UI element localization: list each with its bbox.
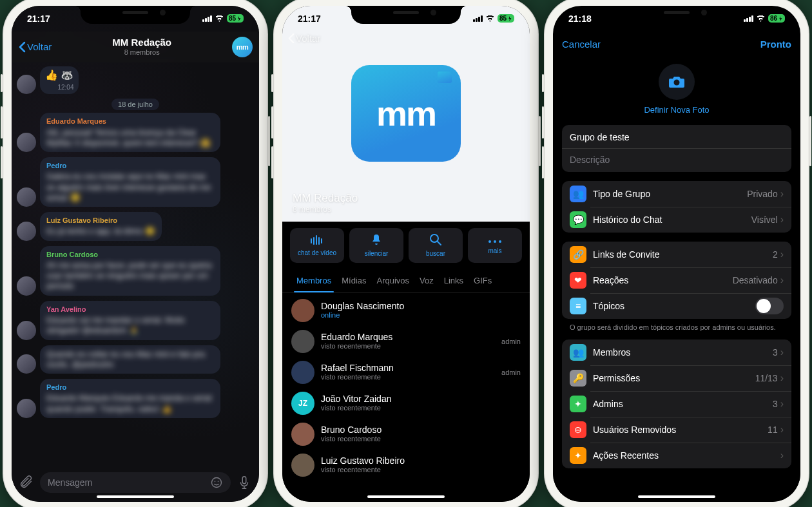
message-text: Quando eu voltar eu vou Mac mini e falo … (46, 349, 214, 370)
mic-button[interactable] (236, 474, 253, 491)
sticker-icon[interactable] (210, 476, 223, 489)
avatar[interactable] (17, 276, 36, 296)
member-row[interactable]: Bruno Cardosovisto recentemente (282, 419, 530, 450)
chevron-right-icon: › (780, 214, 784, 225)
group-desc-input[interactable]: Descrição (562, 148, 791, 171)
tab-mídias[interactable]: Mídias (336, 269, 371, 292)
tab-arquivos[interactable]: Arquivos (371, 269, 414, 292)
toggle[interactable] (755, 298, 784, 314)
svg-point-6 (494, 240, 496, 243)
avatar[interactable] (17, 399, 36, 418)
group-cover[interactable]: Voltar mm MM Redação 8 membros (282, 6, 530, 222)
setting-permissões[interactable]: 🔑Permissões11/13› (562, 365, 791, 391)
attach-button[interactable] (18, 474, 35, 491)
tab-voz[interactable]: Voz (414, 269, 439, 292)
group-logo: mm (351, 65, 461, 162)
settings-group-invite: 🔗Links de Convite2›❤︎ReaçõesDesativado›≡… (562, 242, 791, 319)
home-indicator[interactable] (367, 495, 445, 498)
member-list[interactable]: Douglas NascimentoonlineEduardo Marquesv… (282, 292, 530, 483)
message-text: Alô, pessoal! Temos uma licença da Clear… (46, 128, 214, 149)
back-button[interactable]: Voltar (18, 41, 52, 53)
set-photo-button[interactable] (659, 64, 695, 100)
setting-reações[interactable]: ❤︎ReaçõesDesativado› (562, 267, 791, 293)
setting-histórico-do-chat[interactable]: 💬Histórico do ChatVisível› (562, 207, 791, 233)
setting-usuários-removidos[interactable]: ⊖Usuários Removidos11› (562, 417, 791, 443)
message-row[interactable]: PedroGalera eu vou instalar aqui no Mac … (17, 157, 254, 207)
member-name: Douglas Nascimento (321, 301, 521, 312)
chat-navbar: Voltar MM Redação 8 membros mm (12, 32, 259, 62)
setting-icon: 💬 (570, 211, 586, 228)
message-row[interactable]: 👍 🦝12:04 (17, 66, 254, 95)
member-status: visto recentemente (321, 342, 495, 350)
setting-admins[interactable]: ✦Admins3› (562, 391, 791, 417)
chevron-right-icon: › (780, 249, 784, 260)
message-row[interactable]: Quando eu voltar eu vou Mac mini e falo … (17, 345, 254, 374)
message-text: Galera eu vou instalar aqui no Mac mini … (46, 171, 214, 203)
name-desc-group: Grupo de teste Descrição (562, 125, 791, 172)
group-subtitle: 8 membros (293, 205, 358, 214)
avatar[interactable] (17, 354, 36, 374)
message-input[interactable]: Mensagem (40, 472, 231, 493)
wifi-icon (215, 15, 224, 22)
avatar[interactable] (17, 222, 36, 241)
set-photo-label[interactable]: Definir Nova Foto (644, 105, 709, 115)
message-row[interactable]: Eduardo MarquesAlô, pessoal! Temos uma l… (17, 113, 254, 152)
member-row[interactable]: JZJoão Vitor Zaidanvisto recentemente (282, 388, 530, 419)
setting-ações-recentes[interactable]: ✦Ações Recentes› (562, 443, 791, 468)
member-row[interactable]: Luiz Gustavo Ribeirovisto recentemente (282, 450, 530, 481)
battery-badge: 86 (768, 14, 785, 23)
avatar: JZ (291, 392, 314, 415)
avatar[interactable] (17, 321, 36, 340)
home-indicator[interactable] (97, 495, 174, 498)
avatar[interactable] (17, 187, 36, 207)
settings-group-type: 👥Tipo de GrupoPrivado›💬Histórico do Chat… (562, 181, 791, 233)
status-time: 21:18 (568, 14, 592, 24)
wifi-icon (485, 15, 495, 22)
tab-membros[interactable]: Membros (291, 269, 336, 292)
back-label: Voltar (296, 33, 320, 44)
cellular-icon (744, 15, 753, 22)
back-label: Voltar (27, 41, 52, 52)
member-name: Eduardo Marques (321, 332, 495, 343)
chat-title-block[interactable]: MM Redação 8 membros (112, 37, 171, 56)
message-row[interactable]: PedroEduardo Marques Eduardo me manda o … (17, 379, 254, 418)
member-row[interactable]: Eduardo Marquesvisto recentementeadmin (282, 326, 530, 357)
status-time: 21:17 (27, 14, 50, 24)
action-video-button[interactable]: chat de vídeo (290, 228, 344, 263)
message-list[interactable]: 👍 🦝12:0418 de julhoEduardo MarquesAlô, p… (12, 62, 259, 470)
tab-gifs[interactable]: GIFs (469, 269, 497, 292)
cancel-button[interactable]: Cancelar (562, 39, 601, 50)
action-more-button[interactable]: mais (468, 228, 522, 263)
message-row[interactable]: Yan AvelinoEduardo vai me mandar o seria… (17, 301, 254, 340)
setting-icon: 🔑 (570, 370, 586, 387)
done-button[interactable]: Pronto (760, 39, 791, 50)
avatar (291, 361, 314, 384)
group-title: MM Redação (293, 192, 358, 204)
setting-links-de-convite[interactable]: 🔗Links de Convite2› (562, 242, 791, 267)
setting-value: 3 (773, 347, 778, 358)
avatar[interactable] (17, 133, 36, 152)
chat-avatar[interactable]: mm (232, 37, 253, 57)
setting-tópicos[interactable]: ≡Tópicos (562, 293, 791, 319)
setting-membros[interactable]: 👥Membros3› (562, 340, 791, 365)
setting-tipo-de-grupo[interactable]: 👥Tipo de GrupoPrivado› (562, 181, 791, 207)
status-time: 21:17 (298, 14, 321, 24)
svg-point-1 (215, 481, 216, 482)
message-row[interactable]: Luiz Gustavo RibeiroEu já tenho o app, t… (17, 212, 254, 241)
member-role: admin (501, 338, 521, 345)
member-row[interactable]: Douglas Nascimentoonline (282, 295, 530, 326)
back-button[interactable]: Voltar (287, 33, 320, 44)
mic-icon (238, 475, 251, 490)
svg-point-4 (430, 234, 438, 242)
member-row[interactable]: Rafael Fischmannvisto recentementeadmin (282, 357, 530, 388)
group-name-input[interactable]: Grupo de teste (562, 126, 791, 148)
setting-value: 11/13 (755, 373, 778, 383)
home-indicator[interactable] (638, 495, 715, 498)
avatar (291, 454, 314, 477)
more-icon (488, 236, 502, 245)
tab-links[interactable]: Links (439, 269, 469, 292)
message-row[interactable]: Bruno CardosoAh me avisa por favor, pode… (17, 246, 254, 296)
action-search-button[interactable]: buscar (409, 228, 463, 263)
action-mute-button[interactable]: silenciar (349, 228, 403, 263)
message-text: Eduardo Marques Eduardo me manda o seria… (46, 393, 214, 414)
